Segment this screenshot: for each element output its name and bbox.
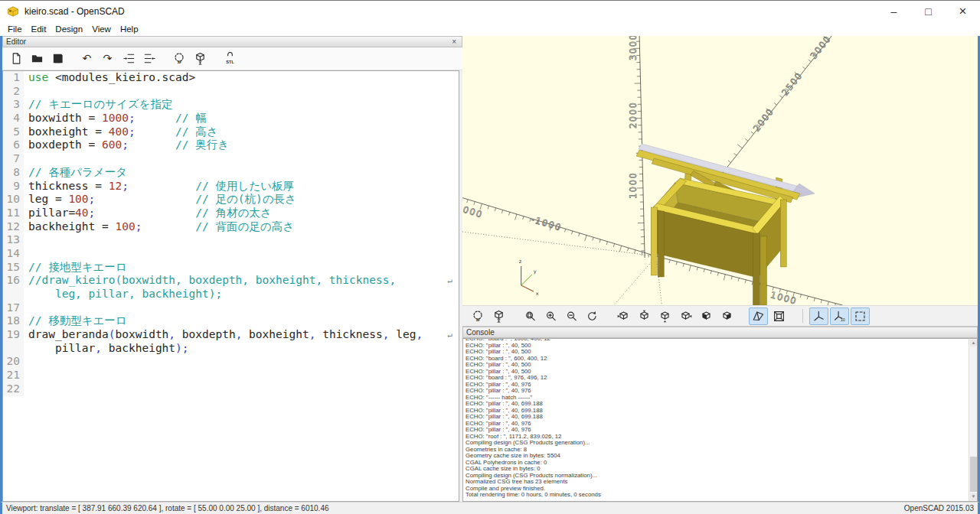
code-line: 22 [3,382,459,396]
zoom-in-button[interactable] [541,307,560,325]
line-number: 22 [3,382,24,396]
leg-front-left [658,211,664,277]
show-crosshairs-button[interactable] [851,307,870,325]
code-editor[interactable]: 1use <modules_kieiro.scad>23// キエーロのサイズを… [2,70,459,502]
view-left-button[interactable] [676,307,695,325]
menu-design[interactable]: Design [51,24,87,34]
console-panel-header: Console [462,327,978,338]
reset-view-button[interactable] [583,307,602,325]
console-line: ECHO: "pillar : ", 40, 699.188 [466,414,977,421]
save-button[interactable] [48,50,67,68]
toolbar-group: STL [220,50,241,68]
code-text: backheight = 100; // 背面の足の高さ [24,220,294,234]
code-line: 18// 移動型キエーロ [3,314,459,328]
console-output[interactable]: ECHO: "board : ", 1000, 400, 12ECHO: "pi… [462,338,978,502]
view-back-icon [720,310,733,323]
view-back-button[interactable] [717,307,737,325]
menu-file[interactable]: File [3,24,27,34]
window-title: kieiro.scad - OpenSCAD [24,6,125,17]
svg-text:»: » [475,314,479,322]
line-number: 21 [3,369,24,382]
code-text [24,355,28,369]
line-number: 1 [3,71,24,85]
view-right-button[interactable] [614,307,633,325]
scrollbar-thumb[interactable] [970,457,977,492]
zoom-out-button[interactable] [562,307,581,325]
render-button[interactable] [191,50,209,68]
view-top-button[interactable] [635,307,654,325]
console-line: Compiling design (CSG Products generatio… [466,440,977,447]
undo-button[interactable]: ↶ [78,50,96,68]
title-bar: kieiro.scad - OpenSCAD –□× [0,1,980,22]
line-number: 17 [3,301,24,315]
code-line: 5boxheight = 400; // 高さ [3,125,459,139]
minimize-button[interactable]: – [877,1,911,22]
console-line: ECHO: "board : ", 976, 496, 12 [466,375,977,382]
line-number [3,342,24,356]
console-lines: ECHO: "board : ", 1000, 400, 12ECHO: "pi… [466,338,977,499]
console-line: ECHO: "pillar : ", 40, 500 [466,343,977,350]
view-top-icon [638,310,651,323]
triad-x-label: x [536,291,539,297]
preview-button[interactable]: » [170,50,188,68]
code-text: boxheight = 400; // 高さ [24,125,218,139]
editor-toolbar: ↶↷»STL [2,47,462,70]
code-text: boxwidth = 1000; // 幅 [24,112,207,125]
leg-front-right [760,236,767,305]
view-orthogonal-button[interactable] [769,307,789,325]
redo-icon: ↷ [102,52,115,65]
undo-icon: ↶ [81,52,94,65]
line-number: 15 [3,261,24,275]
view-bottom-button[interactable] [655,307,675,325]
preview-button[interactable]: » [469,307,488,325]
line-number: 6 [3,138,24,152]
toolbar-divider [802,309,803,323]
z-axis-label: 3000 [628,36,639,60]
scroll-up-icon[interactable]: ▲ [970,340,977,346]
code-text [24,382,28,396]
console-scrollbar[interactable]: ▲ ▼ [969,339,977,501]
line-number: 14 [3,247,24,261]
open-button[interactable] [28,50,46,68]
code-line: pillar, backheight); [3,342,459,356]
zoom-all-button[interactable] [521,307,540,325]
svg-text:»: » [177,57,181,65]
toolbar-group [7,50,69,68]
unindent-button[interactable] [140,50,158,68]
export-stl-button[interactable]: STL [220,50,239,68]
toolbar-group [614,307,738,325]
code-line: 15// 接地型キエーロ [3,261,459,275]
view-perspective-icon [752,310,765,323]
menu-view[interactable]: View [87,24,116,34]
show-scale-markers-button[interactable]: 10 [830,307,849,325]
indent-button[interactable] [119,50,138,68]
redo-button[interactable]: ↷ [99,50,117,68]
code-text [24,369,28,382]
window-controls: –□× [877,1,980,22]
line-number: 16 [3,274,24,288]
menu-edit[interactable]: Edit [27,24,51,34]
new-button[interactable] [7,50,25,68]
code-line: 1use <modules_kieiro.scad> [3,71,459,85]
view-front-button[interactable] [697,307,716,325]
code-text: //draw_kieiro(boxwidth, boxdepth, boxhei… [24,274,396,288]
show-axes-button[interactable] [809,307,828,325]
code-line: 2 [3,85,459,99]
menu-bar: FileEditDesignViewHelp [0,22,980,36]
view-left-icon [679,310,692,323]
maximize-button[interactable]: □ [911,1,946,22]
leg-front-right [753,233,760,305]
line-number: 5 [3,125,24,139]
editor-close-icon[interactable]: × [449,37,459,46]
menu-help[interactable]: Help [116,24,143,34]
render-button[interactable] [489,307,508,325]
view-perspective-button[interactable] [749,307,768,325]
viewport-3d[interactable]: 1000 2000 3000 2000 2500 3000 -2000 -100… [462,36,978,305]
line-number: 20 [3,355,24,369]
close-button[interactable]: × [946,1,980,22]
console-panel: Console ECHO: "board : ", 1000, 400, 12E… [462,327,978,502]
line-number: 10 [3,193,24,207]
code-text [24,301,28,315]
code-text: boxdepth = 600; // 奥行き [24,138,229,152]
scroll-down-icon[interactable]: ▼ [970,493,977,500]
